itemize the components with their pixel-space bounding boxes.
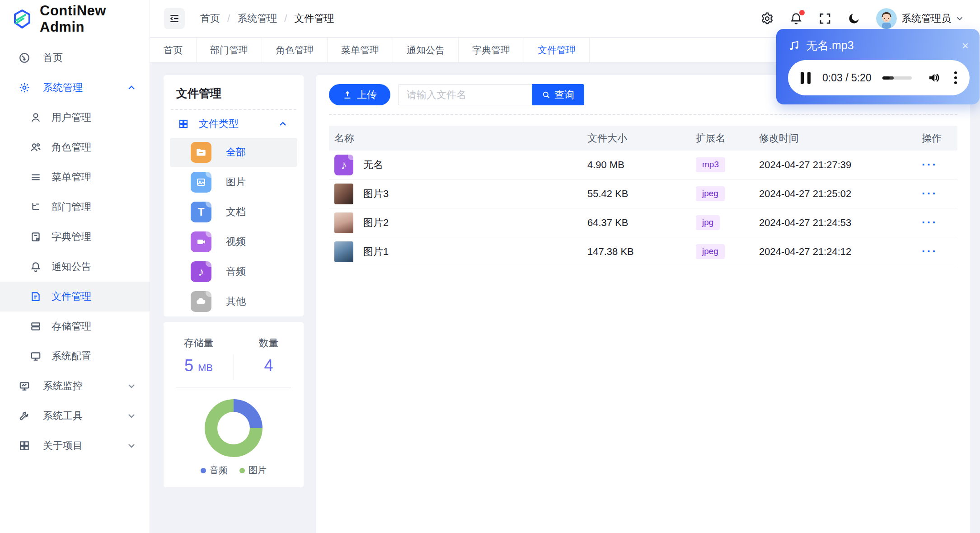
chevron-up-icon bbox=[278, 119, 287, 128]
column-header-name: 名称 bbox=[329, 132, 582, 145]
audio-file-thumbnail: ♪ bbox=[334, 155, 353, 175]
breadcrumb-system[interactable]: 系统管理 bbox=[237, 12, 277, 25]
sidebar-item-menu-mgmt[interactable]: 菜单管理 bbox=[0, 162, 150, 192]
tab-role[interactable]: 角色管理 bbox=[262, 38, 328, 62]
bell-icon bbox=[30, 261, 42, 273]
tab-notice[interactable]: 通知公告 bbox=[393, 38, 459, 62]
sidebar: ContiNew Admin 首页 系统管理 用户管理 角色管理 菜单管理 部门… bbox=[0, 0, 150, 533]
fullscreen-icon[interactable] bbox=[818, 12, 832, 25]
file-type-audio[interactable]: ♪ 音频 bbox=[170, 257, 297, 286]
sidebar-item-system-mgmt[interactable]: 系统管理 bbox=[0, 73, 150, 103]
row-actions-button[interactable]: ··· bbox=[922, 187, 938, 201]
notification-bell-icon[interactable] bbox=[789, 12, 803, 25]
sidebar-item-about[interactable]: 关于项目 bbox=[0, 431, 150, 461]
legend-item-audio[interactable]: 音频 bbox=[201, 464, 228, 476]
sidebar-item-system-monitor[interactable]: 系统监控 bbox=[0, 371, 150, 401]
search-icon bbox=[542, 90, 551, 99]
sidebar-collapse-button[interactable] bbox=[164, 8, 185, 29]
column-header-ext: 扩展名 bbox=[690, 132, 754, 145]
file-type-doc[interactable]: T 文档 bbox=[170, 198, 297, 226]
file-modified-time: 2024-04-27 21:24:53 bbox=[754, 217, 916, 229]
avatar bbox=[876, 8, 897, 29]
sidebar-item-system-tools[interactable]: 系统工具 bbox=[0, 401, 150, 431]
sidebar-item-notice[interactable]: 通知公告 bbox=[0, 252, 150, 282]
breadcrumb-home[interactable]: 首页 bbox=[200, 12, 220, 25]
file-size: 147.38 KB bbox=[582, 246, 690, 258]
tab-label: 首页 bbox=[164, 44, 183, 57]
chevron-down-icon bbox=[127, 411, 136, 420]
row-actions-button[interactable]: ··· bbox=[922, 158, 938, 172]
search-button[interactable]: 查询 bbox=[532, 84, 584, 105]
table-row: ♪ 无名 4.90 MB mp3 2024-04-27 21:27:39 ··· bbox=[329, 151, 957, 179]
file-name[interactable]: 无名 bbox=[363, 158, 383, 172]
volume-icon[interactable] bbox=[927, 71, 941, 85]
sidebar-item-home[interactable]: 首页 bbox=[0, 43, 150, 73]
user-icon bbox=[30, 112, 42, 123]
dark-mode-moon-icon[interactable] bbox=[847, 12, 861, 25]
sidebar-item-user-mgmt[interactable]: 用户管理 bbox=[0, 103, 150, 132]
sidebar-item-label: 文件管理 bbox=[52, 290, 91, 303]
sidebar-item-role-mgmt[interactable]: 角色管理 bbox=[0, 132, 150, 162]
user-name: 系统管理员 bbox=[901, 12, 951, 25]
row-actions-button[interactable]: ··· bbox=[922, 245, 938, 259]
file-type-video[interactable]: 视频 bbox=[170, 227, 297, 256]
wrench-icon bbox=[19, 410, 30, 422]
music-note-icon bbox=[788, 40, 800, 52]
image-thumbnail bbox=[334, 212, 353, 233]
tab-label: 菜单管理 bbox=[341, 44, 379, 57]
tab-file-active[interactable]: 文件管理 bbox=[524, 38, 590, 62]
file-name[interactable]: 图片2 bbox=[363, 216, 389, 230]
user-menu[interactable]: 系统管理员 bbox=[876, 8, 964, 29]
file-name[interactable]: 图片3 bbox=[363, 187, 389, 201]
sidebar-item-dict-mgmt[interactable]: 字典管理 bbox=[0, 222, 150, 252]
sidebar-item-file-mgmt[interactable]: 文件管理 bbox=[0, 282, 150, 311]
breadcrumb-current: 文件管理 bbox=[294, 12, 334, 25]
file-type-label: 全部 bbox=[226, 146, 246, 159]
legend-item-image[interactable]: 图片 bbox=[239, 464, 267, 476]
grid-icon bbox=[19, 440, 30, 452]
file-type-label: 文档 bbox=[226, 205, 246, 219]
file-type-panel: 文件管理 文件类型 全部 图片 T 文档 视频 ♪ 音频 其他 bbox=[164, 75, 304, 316]
close-icon[interactable]: × bbox=[962, 40, 969, 52]
file-type-label: 图片 bbox=[226, 175, 246, 189]
tab-dict[interactable]: 字典管理 bbox=[459, 38, 524, 62]
column-header-size: 文件大小 bbox=[582, 132, 690, 145]
chevron-up-icon bbox=[127, 83, 136, 92]
sidebar-item-label: 系统配置 bbox=[52, 349, 91, 363]
sidebar-item-label: 部门管理 bbox=[52, 200, 91, 214]
brand[interactable]: ContiNew Admin bbox=[0, 0, 150, 38]
group-label: 文件类型 bbox=[199, 117, 239, 131]
file-type-image[interactable]: 图片 bbox=[170, 168, 297, 197]
tab-menu[interactable]: 菜单管理 bbox=[328, 38, 393, 62]
grid-icon bbox=[178, 118, 189, 129]
file-type-other[interactable]: 其他 bbox=[170, 287, 297, 316]
sidebar-item-dept-mgmt[interactable]: 部门管理 bbox=[0, 192, 150, 222]
settings-icon[interactable] bbox=[760, 12, 774, 25]
search-input[interactable] bbox=[398, 84, 532, 105]
tab-home[interactable]: 首页 bbox=[150, 38, 197, 62]
sidebar-menu: 首页 系统管理 用户管理 角色管理 菜单管理 部门管理 字典管理 bbox=[0, 38, 150, 461]
stats-row: 存储量 5 MB 数量 4 bbox=[164, 336, 304, 375]
table-header: 名称 文件大小 扩展名 修改时间 操作 bbox=[329, 126, 957, 151]
sidebar-item-storage-mgmt[interactable]: 存储管理 bbox=[0, 311, 150, 341]
file-icon bbox=[30, 291, 42, 302]
file-modified-time: 2024-04-27 21:24:12 bbox=[754, 246, 916, 258]
folder-icon bbox=[191, 142, 211, 163]
seek-bar[interactable] bbox=[882, 76, 912, 80]
upload-button[interactable]: 上传 bbox=[329, 84, 390, 105]
search-label: 查询 bbox=[554, 88, 574, 102]
tab-dept[interactable]: 部门管理 bbox=[197, 38, 262, 62]
sidebar-item-label: 通知公告 bbox=[52, 260, 91, 274]
file-name[interactable]: 图片1 bbox=[363, 245, 389, 259]
tab-label: 角色管理 bbox=[276, 44, 314, 57]
file-list-panel: 上传 查询 名称 文件大小 扩展名 修改时间 操作 ♪ 无名 4.90 MB m… bbox=[316, 75, 970, 533]
pause-button[interactable] bbox=[801, 72, 811, 84]
file-type-group-header[interactable]: 文件类型 bbox=[170, 110, 297, 138]
sidebar-item-system-config[interactable]: 系统配置 bbox=[0, 341, 150, 371]
file-type-all[interactable]: 全部 bbox=[170, 138, 297, 167]
row-actions-button[interactable]: ··· bbox=[922, 216, 938, 230]
player-menu-kebab-icon[interactable] bbox=[954, 71, 957, 84]
count-value: 4 bbox=[234, 356, 304, 375]
sidebar-item-label: 菜单管理 bbox=[52, 170, 91, 184]
file-type-label: 音频 bbox=[226, 265, 246, 278]
